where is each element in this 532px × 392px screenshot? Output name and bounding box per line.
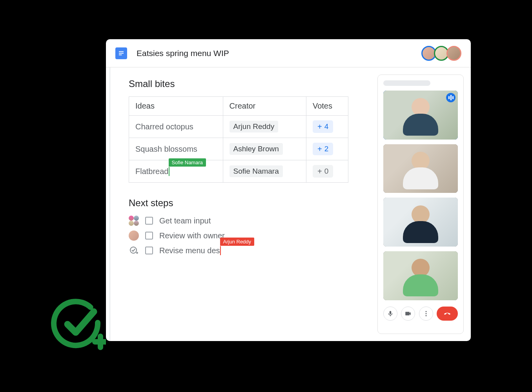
meet-controls (383, 307, 458, 321)
next-step-row: Get team input (129, 216, 362, 226)
vote-chip[interactable]: +2 (313, 143, 333, 155)
next-step-text[interactable]: Review with owner (159, 231, 225, 240)
collab-cursor (220, 246, 221, 255)
collab-cursor-label: Sofie Namara (169, 158, 206, 167)
docs-app-icon (115, 47, 127, 59)
table-row: Charred octopus Arjun Reddy +4 (129, 116, 348, 138)
person-avatar-icon (129, 230, 139, 241)
plus-icon: + (317, 145, 322, 153)
checkbox[interactable] (145, 232, 153, 240)
idea-cell[interactable]: Charred octopus (129, 116, 223, 138)
col-header-creator: Creator (223, 97, 306, 116)
video-tile[interactable] (383, 198, 458, 247)
next-step-text[interactable]: Get team input (159, 216, 211, 225)
plus-icon: + (317, 123, 322, 131)
more-options-button[interactable] (419, 307, 433, 321)
section-heading-next-steps: Next steps (129, 198, 362, 209)
col-header-ideas: Ideas (129, 97, 223, 116)
video-tile[interactable] (383, 91, 458, 140)
document-title[interactable]: Eatsies spring menu WIP (137, 49, 229, 58)
svg-point-8 (425, 315, 426, 316)
creator-cell[interactable]: Arjun Reddy (223, 116, 306, 138)
collab-cursor-label: Arjun Reddy (220, 238, 255, 246)
idea-cell[interactable]: Squash blossoms (129, 138, 223, 160)
creator-chip[interactable]: Arjun Reddy (230, 121, 279, 132)
creator-cell[interactable]: Sofie Namara (223, 160, 306, 183)
votes-cell[interactable]: +0 (306, 160, 348, 183)
checkbox[interactable] (145, 217, 153, 225)
collab-cursor (169, 167, 169, 176)
vote-chip[interactable]: +0 (313, 165, 333, 178)
docs-window: Eatsies spring menu WIP Small bites Idea… (106, 39, 471, 341)
svg-point-6 (425, 311, 426, 312)
svg-rect-2 (119, 54, 122, 55)
video-tile[interactable] (383, 251, 458, 300)
collaborator-avatars (424, 46, 461, 61)
section-heading-small-bites: Small bites (129, 78, 362, 89)
ideas-table: Ideas Creator Votes Charred octopus Arju… (129, 96, 348, 183)
next-step-row: Revise menu des Arjun Reddy (129, 245, 362, 256)
checkbox[interactable] (145, 247, 153, 254)
svg-point-7 (425, 313, 426, 314)
table-row: Flatbread Sofie Namara Sofie Namara +0 (129, 160, 348, 183)
idea-cell[interactable]: Flatbread Sofie Namara (129, 160, 223, 183)
creator-chip[interactable]: Ashley Brown (230, 143, 283, 155)
plus-icon: + (317, 167, 322, 175)
document-area[interactable]: Small bites Ideas Creator Votes Charred … (109, 67, 377, 341)
col-header-votes: Votes (306, 97, 348, 116)
votes-cell[interactable]: +4 (306, 116, 348, 138)
avatar[interactable] (446, 46, 461, 61)
header: Eatsies spring menu WIP (106, 39, 471, 67)
table-row: Squash blossoms Ashley Brown +2 (129, 138, 348, 160)
next-step-text[interactable]: Revise menu des Arjun Reddy (159, 246, 220, 255)
creator-cell[interactable]: Ashley Brown (223, 138, 306, 160)
body: Small bites Ideas Creator Votes Charred … (106, 67, 471, 341)
svg-rect-1 (119, 53, 124, 53)
task-add-icon (129, 245, 139, 256)
check-plus-icon (51, 298, 106, 353)
meet-title-placeholder (383, 80, 430, 86)
votes-cell[interactable]: +2 (306, 138, 348, 160)
video-tile[interactable] (383, 144, 458, 193)
svg-point-3 (130, 247, 137, 253)
svg-rect-0 (119, 51, 124, 52)
mic-button[interactable] (383, 307, 397, 321)
speaking-indicator-icon (446, 93, 455, 102)
creator-chip[interactable]: Sofie Namara (230, 165, 283, 177)
meet-side-panel (377, 74, 464, 334)
people-icon (129, 216, 139, 226)
vote-chip[interactable]: +4 (313, 120, 333, 133)
hangup-button[interactable] (437, 307, 458, 321)
camera-button[interactable] (401, 307, 415, 321)
